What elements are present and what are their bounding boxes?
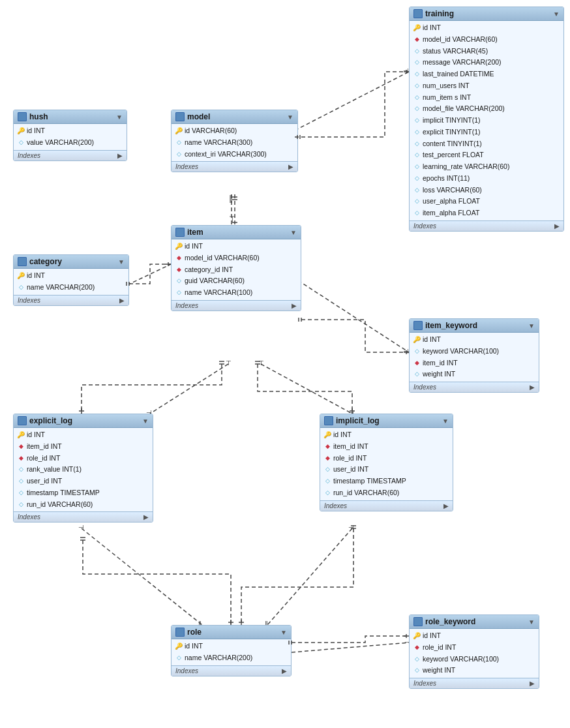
field-row: 🔑id INT: [172, 241, 301, 252]
table-item-name: item: [187, 228, 203, 237]
table-model-header[interactable]: model ▼: [172, 110, 297, 124]
table-item-arrow: ▼: [290, 229, 297, 236]
regular-icon: ◇: [413, 94, 420, 100]
field-row: ◇run_id VARCHAR(60): [320, 487, 453, 499]
svg-line-0: [295, 72, 409, 130]
field-row: ◇epochs INT(11): [410, 173, 563, 185]
fk-icon: ◆: [324, 455, 331, 461]
field-row: ◇implicit TINYINT(1): [410, 115, 563, 127]
pk-icon: 🔑: [413, 633, 420, 639]
table-item-keyword-arrow: ▼: [528, 322, 535, 329]
table-item-footer[interactable]: Indexes ▶: [172, 300, 301, 311]
table-training-name: training: [425, 9, 454, 18]
table-category: category ▼ 🔑id INT ◇name VARCHAR(200) In…: [13, 254, 129, 306]
regular-icon: ◇: [413, 129, 420, 136]
table-role-footer[interactable]: Indexes ▶: [172, 665, 291, 676]
table-category-arrow: ▼: [118, 258, 125, 265]
pk-icon: 🔑: [18, 128, 24, 134]
table-implicit-log-fields: 🔑id INT ◆item_id INT ◆role_id INT ◇user_…: [320, 428, 453, 500]
regular-icon: ◇: [413, 140, 420, 147]
pk-icon: 🔑: [18, 432, 24, 438]
field-row: ◇name VARCHAR(300): [172, 137, 297, 149]
field-row: ◇guid VARCHAR(60): [172, 275, 301, 287]
table-hush-header[interactable]: hush ▼: [14, 110, 127, 124]
table-training-footer[interactable]: Indexes ▶: [410, 220, 563, 231]
svg-text:⊤: ⊤: [258, 359, 264, 367]
table-category-icon: [18, 257, 27, 266]
table-training-header[interactable]: training ▼: [410, 7, 563, 21]
pk-icon: 🔑: [413, 25, 420, 31]
fk-icon: ◆: [413, 37, 420, 43]
regular-icon: ◇: [175, 655, 182, 661]
field-row: ◇keyword VARCHAR(100): [410, 654, 539, 665]
field-row: 🔑id INT: [410, 22, 563, 34]
regular-icon: ◇: [413, 667, 420, 674]
table-hush: hush ▼ 🔑id INT ◇value VARCHAR(200) Index…: [13, 110, 127, 161]
fk-icon: ◆: [175, 266, 182, 273]
table-implicit-log-icon: [324, 416, 333, 425]
table-hush-fields: 🔑id INT ◇value VARCHAR(200): [14, 124, 127, 150]
table-role-keyword-header[interactable]: role_keyword ▼: [410, 615, 539, 629]
table-category-name: category: [29, 257, 62, 266]
table-item-header[interactable]: item ▼: [172, 226, 301, 239]
field-row: ◇name VARCHAR(200): [172, 652, 291, 664]
table-item-keyword-footer[interactable]: Indexes ▶: [410, 382, 539, 392]
fk-icon: ◆: [324, 444, 331, 450]
table-hush-footer[interactable]: Indexes ▶: [14, 150, 127, 160]
field-row: ◆item_id INT: [320, 441, 453, 453]
field-row: ◇keyword VARCHAR(100): [410, 346, 539, 357]
field-row: 🔑id INT: [14, 125, 127, 137]
table-role-arrow: ▼: [280, 629, 287, 636]
regular-icon: ◇: [18, 140, 24, 146]
table-category-footer[interactable]: Indexes ▶: [14, 295, 128, 305]
table-item-keyword-header[interactable]: item_keyword ▼: [410, 319, 539, 333]
table-role-keyword-footer[interactable]: Indexes ▶: [410, 678, 539, 688]
field-row: ◆item_id INT: [14, 441, 153, 453]
table-role-header[interactable]: role ▼: [172, 626, 291, 639]
svg-line-21: [267, 528, 352, 625]
regular-icon: ◇: [324, 478, 331, 485]
field-row: ◇num_users INT: [410, 80, 563, 92]
pk-icon: 🔑: [413, 337, 420, 343]
field-row: ◇timestamp TIMESTAMP: [320, 476, 453, 487]
field-row: ◇learning_rate VARCHAR(60): [410, 161, 563, 173]
svg-text:‖: ‖: [229, 194, 233, 203]
field-row: 🔑id INT: [14, 270, 128, 282]
table-item-fields: 🔑id INT ◆model_id VARCHAR(60) ◆category_…: [172, 239, 301, 300]
table-explicit-log-header[interactable]: explicit_log ▼: [14, 414, 153, 428]
table-implicit-log-footer[interactable]: Indexes ▶: [320, 500, 453, 511]
table-model-fields: 🔑id VARCHAR(60) ◇name VARCHAR(300) ◇cont…: [172, 124, 297, 161]
field-row: 🔑id INT: [172, 641, 291, 652]
regular-icon: ◇: [413, 210, 420, 217]
regular-icon: ◇: [413, 117, 420, 124]
svg-text:⊤: ⊤: [226, 359, 232, 367]
table-role-keyword: role_keyword ▼ 🔑id INT ◆role_id INT ◇key…: [409, 614, 539, 689]
field-row: 🔑id INT: [320, 429, 453, 441]
field-row: ◇name VARCHAR(200): [14, 282, 128, 294]
regular-icon: ◇: [413, 198, 420, 205]
fk-icon: ◆: [413, 645, 420, 651]
table-explicit-log-footer[interactable]: Indexes ▶: [14, 511, 153, 522]
table-implicit-log: implicit_log ▼ 🔑id INT ◆item_id INT ◆rol…: [320, 414, 453, 511]
field-row: ◆role_id INT: [320, 453, 453, 464]
table-item-keyword-icon: [413, 321, 423, 330]
field-row: ◆role_id INT: [410, 642, 539, 654]
svg-line-9: [298, 281, 409, 352]
table-explicit-log-arrow: ▼: [142, 417, 149, 425]
regular-icon: ◇: [413, 656, 420, 662]
table-model-footer[interactable]: Indexes ▶: [172, 161, 297, 172]
table-category-header[interactable]: category ▼: [14, 255, 128, 269]
field-row: ◆item_id INT: [410, 357, 539, 369]
field-row: ◇item_alpha FLOAT: [410, 207, 563, 219]
field-row: ◇explicit TINYINT(1): [410, 127, 563, 138]
pk-icon: 🔑: [175, 643, 182, 650]
field-row: 🔑id VARCHAR(60): [172, 125, 297, 137]
fk-icon: ◆: [175, 255, 182, 262]
table-model: model ▼ 🔑id VARCHAR(60) ◇name VARCHAR(30…: [171, 110, 298, 172]
table-implicit-log-header[interactable]: implicit_log ▼: [320, 414, 453, 428]
table-model-icon: [175, 112, 185, 121]
table-model-name: model: [187, 112, 210, 121]
regular-icon: ◇: [413, 59, 420, 66]
field-row: ◇num_item s INT: [410, 92, 563, 104]
table-model-arrow: ▼: [287, 114, 293, 121]
